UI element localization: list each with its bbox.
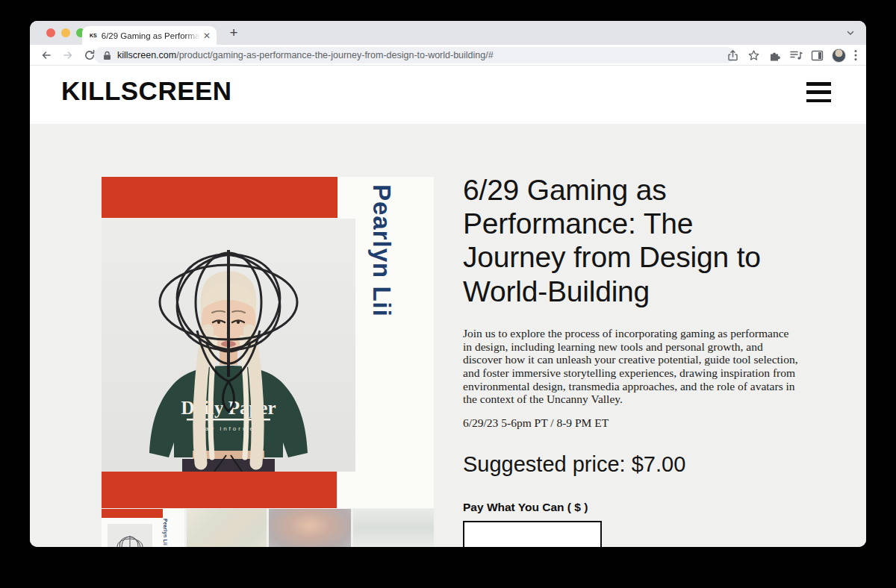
mini-red-bar: [102, 509, 163, 518]
killscreen-logo[interactable]: KILLSCREEN: [61, 76, 232, 106]
artwork-red-bar-top: [102, 177, 337, 218]
profile-avatar[interactable]: [832, 49, 846, 63]
minimize-window-button[interactable]: [61, 28, 70, 37]
artist-portrait-photo: Daily Paper stay informed: [102, 219, 355, 472]
thumbnail-main-artwork[interactable]: Pearlyn Lii: [102, 509, 184, 547]
thumbnail-creature-render[interactable]: [269, 509, 351, 547]
thumbnail-misty-landscape[interactable]: [353, 509, 435, 547]
tab-search-chevron-icon[interactable]: [845, 28, 856, 38]
portrait-illustration: Daily Paper stay informed: [102, 219, 355, 472]
lock-icon: [103, 51, 111, 60]
screenshot-stage: KS 6/29 Gaming as Performance: T ✕ +: [0, 0, 896, 588]
artist-name-vertical: Pearlyn Lii: [367, 184, 396, 317]
tab-bar: KS 6/29 Gaming as Performance: T ✕ +: [30, 21, 866, 45]
product-title: 6/29 Gaming as Performance: The Journey …: [463, 173, 799, 308]
url-text: killscreen.com/product/gaming-as-perform…: [117, 50, 494, 60]
reading-list-icon[interactable]: [789, 49, 803, 61]
thumbnail-environment-scene[interactable]: [187, 509, 267, 547]
share-icon[interactable]: [727, 49, 739, 62]
browser-toolbar: killscreen.com/product/gaming-as-perform…: [30, 45, 866, 66]
url-domain: killscreen.com: [117, 50, 176, 60]
url-path: /product/gaming-as-performance-the-journ…: [176, 50, 494, 60]
close-window-button[interactable]: [46, 28, 55, 37]
sweatshirt-tagline-text: stay informed: [196, 425, 261, 432]
back-button[interactable]: [40, 49, 52, 61]
browser-tab[interactable]: KS 6/29 Gaming as Performance: T ✕: [82, 26, 217, 45]
tab-close-icon[interactable]: ✕: [203, 31, 211, 41]
kebab-menu-icon[interactable]: [854, 49, 857, 61]
product-image[interactable]: Daily Paper stay informed: [102, 177, 434, 508]
product-description: Join us to explore the process of incorp…: [463, 327, 800, 406]
pay-what-you-can-label: Pay What You Can ( $ ): [463, 501, 588, 514]
tab-favicon: KS: [90, 33, 97, 38]
tab-title: 6/29 Gaming as Performance: T: [102, 31, 200, 40]
hamburger-menu-icon[interactable]: [806, 82, 831, 102]
mini-photo: [108, 524, 152, 547]
artwork-red-bar-bottom: [102, 472, 337, 508]
side-panel-icon[interactable]: [811, 50, 824, 61]
address-bar[interactable]: killscreen.com/product/gaming-as-perform…: [94, 47, 735, 63]
forward-button[interactable]: [62, 49, 74, 61]
bookmark-star-icon[interactable]: [747, 49, 760, 62]
extensions-puzzle-icon[interactable]: [768, 49, 781, 62]
traffic-lights: [46, 28, 85, 37]
event-schedule: 6/29/23 5-6pm PT / 8-9 PM ET: [463, 416, 800, 430]
suggested-price: Suggested price: $7.00: [463, 452, 685, 477]
browser-window: KS 6/29 Gaming as Performance: T ✕ +: [30, 21, 866, 547]
mini-artist-name: Pearlyn Lii: [163, 519, 168, 545]
product-thumbnails: Pearlyn Lii: [102, 509, 434, 547]
pay-amount-input[interactable]: [463, 521, 602, 547]
new-tab-button[interactable]: +: [224, 23, 243, 43]
